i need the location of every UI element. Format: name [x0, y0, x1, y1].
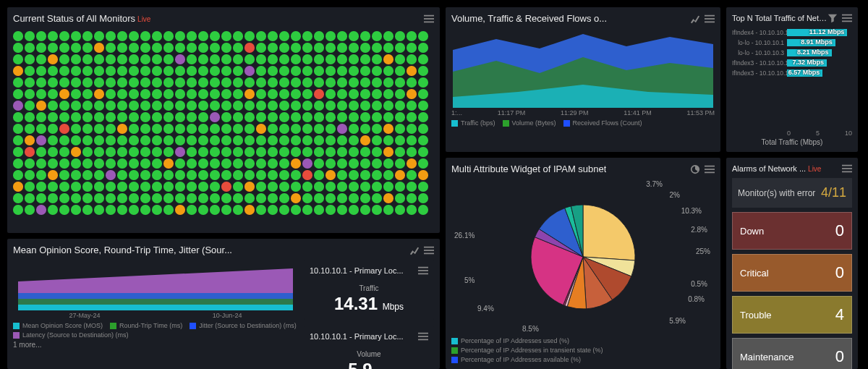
monitor-dot[interactable] [383, 182, 393, 192]
monitor-dot[interactable] [326, 112, 336, 122]
monitor-dot[interactable] [48, 77, 58, 88]
monitor-dot[interactable] [418, 170, 428, 180]
monitor-dot[interactable] [106, 43, 116, 53]
monitor-dot[interactable] [291, 43, 301, 53]
monitor-dot[interactable] [395, 31, 405, 41]
monitor-dot[interactable] [117, 101, 127, 111]
monitor-dot[interactable] [175, 112, 185, 122]
monitor-dot[interactable] [94, 182, 104, 192]
monitor-dot[interactable] [48, 112, 58, 122]
monitor-dot[interactable] [418, 89, 428, 99]
monitor-dot[interactable] [418, 135, 428, 145]
monitor-dot[interactable] [198, 158, 208, 169]
monitor-dot[interactable] [314, 43, 324, 53]
monitor-dot[interactable] [256, 193, 266, 203]
monitor-dot[interactable] [36, 193, 46, 203]
monitor-dot[interactable] [360, 54, 370, 64]
monitor-dot[interactable] [25, 182, 35, 192]
monitor-dot[interactable] [268, 205, 278, 215]
monitor-dot[interactable] [302, 158, 312, 169]
monitor-dot[interactable] [59, 54, 69, 64]
monitor-dot[interactable] [210, 147, 220, 157]
monitor-dot[interactable] [349, 54, 359, 64]
monitor-dot[interactable] [59, 147, 69, 157]
monitor-dot[interactable] [279, 170, 289, 180]
monitor-dot[interactable] [175, 182, 185, 192]
monitor-dot[interactable] [268, 89, 278, 99]
monitor-dot[interactable] [244, 54, 255, 64]
monitor-dot[interactable] [372, 147, 382, 157]
monitor-dot[interactable] [291, 77, 301, 88]
monitor-dot[interactable] [198, 66, 208, 76]
monitor-dot[interactable] [326, 170, 336, 180]
monitor-dot[interactable] [291, 170, 301, 180]
monitor-dot[interactable] [407, 66, 417, 76]
monitor-dot[interactable] [163, 193, 174, 203]
monitor-dot[interactable] [372, 112, 382, 122]
monitor-dot[interactable] [59, 66, 69, 76]
monitor-dot[interactable] [59, 31, 69, 41]
monitor-dot[interactable] [268, 170, 278, 180]
monitor-dot[interactable] [129, 66, 139, 76]
monitor-dot[interactable] [407, 54, 417, 64]
monitor-dot[interactable] [221, 147, 231, 157]
monitor-dot[interactable] [152, 182, 162, 192]
monitor-dot[interactable] [291, 193, 301, 203]
monitor-dot[interactable] [187, 66, 197, 76]
monitor-dot[interactable] [129, 205, 139, 215]
monitor-dot[interactable] [140, 112, 150, 122]
monitor-dot[interactable] [383, 205, 393, 215]
monitor-dot[interactable] [129, 31, 139, 41]
monitor-dot[interactable] [395, 205, 405, 215]
monitor-dot[interactable] [407, 31, 417, 41]
monitor-dot[interactable] [48, 124, 58, 134]
monitor-dot[interactable] [221, 43, 231, 53]
monitor-dot[interactable] [106, 77, 116, 88]
monitor-dot[interactable] [48, 89, 58, 99]
monitor-dot[interactable] [48, 205, 58, 215]
monitor-dot[interactable] [314, 182, 324, 192]
monitor-dot[interactable] [372, 54, 382, 64]
monitor-dot[interactable] [71, 112, 81, 122]
monitor-dot[interactable] [117, 205, 127, 215]
monitor-dot[interactable] [152, 43, 162, 53]
monitor-dot[interactable] [337, 66, 347, 76]
monitor-dot[interactable] [82, 77, 93, 88]
monitor-dot[interactable] [302, 170, 312, 180]
monitor-dot[interactable] [233, 182, 243, 192]
monitor-dot[interactable] [129, 158, 139, 169]
monitor-dot[interactable] [187, 135, 197, 145]
monitor-dot[interactable] [59, 205, 69, 215]
monitor-dot[interactable] [117, 66, 127, 76]
monitor-dot[interactable] [94, 158, 104, 169]
monitor-dot[interactable] [13, 54, 23, 64]
monitor-dot[interactable] [25, 101, 35, 111]
monitor-dot[interactable] [94, 124, 104, 134]
monitor-dot[interactable] [82, 66, 93, 76]
monitor-dot[interactable] [82, 205, 93, 215]
monitor-dot[interactable] [268, 182, 278, 192]
monitor-dot[interactable] [221, 101, 231, 111]
monitor-dot[interactable] [25, 147, 35, 157]
monitor-dot[interactable] [129, 101, 139, 111]
monitor-dot[interactable] [418, 124, 428, 134]
monitor-dot[interactable] [82, 43, 93, 53]
monitor-dot[interactable] [13, 124, 23, 134]
monitor-dot[interactable] [140, 66, 150, 76]
monitor-dot[interactable] [152, 66, 162, 76]
monitor-dot[interactable] [395, 147, 405, 157]
monitor-dot[interactable] [210, 77, 220, 88]
monitor-dot[interactable] [268, 135, 278, 145]
monitor-dot[interactable] [210, 31, 220, 41]
monitor-dot[interactable] [163, 182, 174, 192]
monitor-dot[interactable] [198, 101, 208, 111]
monitor-dot[interactable] [13, 112, 23, 122]
monitor-dot[interactable] [221, 182, 231, 192]
monitor-dot[interactable] [337, 170, 347, 180]
monitor-dot[interactable] [175, 54, 185, 64]
monitor-dot[interactable] [360, 112, 370, 122]
monitor-dot[interactable] [349, 147, 359, 157]
monitor-dot[interactable] [129, 135, 139, 145]
monitor-dot[interactable] [395, 77, 405, 88]
monitor-dot[interactable] [94, 101, 104, 111]
